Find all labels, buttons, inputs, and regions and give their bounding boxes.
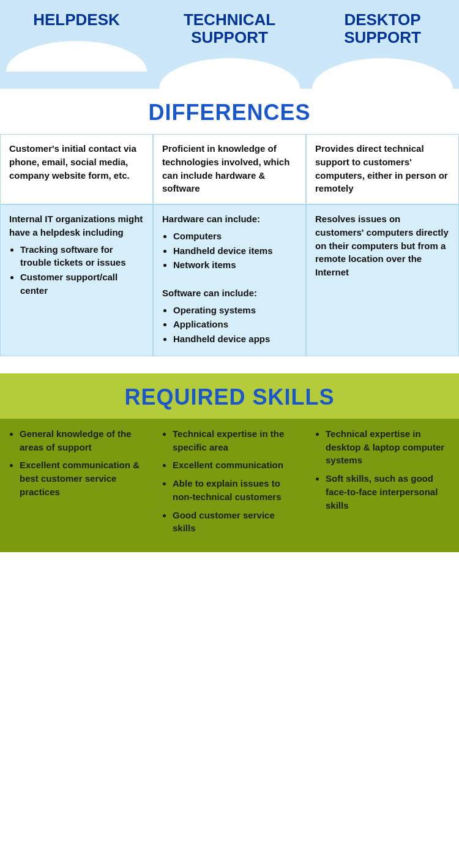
list-item: Customer support/call center	[20, 271, 144, 297]
hardware-intro: Hardware can include:	[162, 212, 297, 226]
diff-r2-c1-list: Tracking software for trouble tickets or…	[20, 243, 144, 297]
list-item: Computers	[173, 230, 297, 243]
list-item: Tracking software for trouble tickets or…	[20, 243, 144, 270]
skills-col3-list: Technical expertise in desktop & laptop …	[326, 427, 450, 512]
software-list: Operating systems Applications Handheld …	[173, 304, 297, 346]
skills-title: REQUIRED SKILLS	[0, 373, 459, 419]
header-arch-2	[159, 58, 300, 89]
list-item: Technical expertise in desktop & laptop …	[326, 427, 450, 467]
diff-r1-c3: Provides direct technical support to cus…	[306, 134, 459, 204]
diff-r1-c2: Proficient in knowledge of technologies …	[153, 134, 306, 204]
desktop-support-title: DESKTOP SUPPORT	[312, 11, 453, 52]
skills-grid: General knowledge of the areas of suppor…	[0, 419, 459, 552]
list-item: Able to explain issues to non-technical …	[173, 477, 297, 504]
header-helpdesk: HELPDESK	[0, 0, 153, 89]
list-item: Handheld device apps	[173, 332, 297, 346]
software-intro: Software can include:	[162, 286, 297, 300]
skills-col2: Technical expertise in the specific area…	[153, 419, 306, 552]
helpdesk-title: HELPDESK	[6, 11, 147, 35]
list-item: Excellent communication & best customer …	[20, 458, 144, 498]
header: HELPDESK TECHNICAL SUPPORT DESKTOP SUPPO…	[0, 0, 459, 89]
list-item: Network items	[173, 258, 297, 272]
list-item: Excellent communication	[173, 458, 297, 472]
differences-title: DIFFERENCES	[0, 89, 459, 134]
header-desktop-support: DESKTOP SUPPORT	[306, 0, 459, 89]
differences-row2: Internal IT organizations might have a h…	[0, 204, 459, 356]
hardware-list: Computers Handheld device items Network …	[173, 230, 297, 272]
list-item: Soft skills, such as good face-to-face i…	[326, 472, 450, 512]
diff-r2-c1: Internal IT organizations might have a h…	[0, 204, 153, 356]
list-item: Applications	[173, 318, 297, 331]
diff-r2-c3: Resolves issues on customers' computers …	[306, 204, 459, 356]
skills-col1: General knowledge of the areas of suppor…	[0, 419, 153, 552]
skills-col3: Technical expertise in desktop & laptop …	[306, 419, 459, 552]
skills-col2-list: Technical expertise in the specific area…	[173, 427, 297, 535]
list-item: Handheld device items	[173, 244, 297, 258]
differences-row1: Customer's initial contact via phone, em…	[0, 134, 459, 204]
list-item: Good customer service skills	[173, 509, 297, 536]
header-arch-3	[312, 58, 453, 89]
skills-section: REQUIRED SKILLS General knowledge of the…	[0, 373, 459, 552]
technical-support-title: TECHNICAL SUPPORT	[159, 11, 300, 52]
skills-col1-list: General knowledge of the areas of suppor…	[20, 427, 144, 499]
differences-section: DIFFERENCES Customer's initial contact v…	[0, 89, 459, 362]
header-technical-support: TECHNICAL SUPPORT	[153, 0, 306, 89]
header-arch-1	[6, 41, 147, 72]
diff-r1-c1: Customer's initial contact via phone, em…	[0, 134, 153, 204]
diff-r2-c1-intro: Internal IT organizations might have a h…	[9, 214, 143, 238]
list-item: Technical expertise in the specific area	[173, 427, 297, 454]
list-item: General knowledge of the areas of suppor…	[20, 427, 144, 454]
diff-r2-c2: Hardware can include: Computers Handheld…	[153, 204, 306, 356]
list-item: Operating systems	[173, 304, 297, 317]
